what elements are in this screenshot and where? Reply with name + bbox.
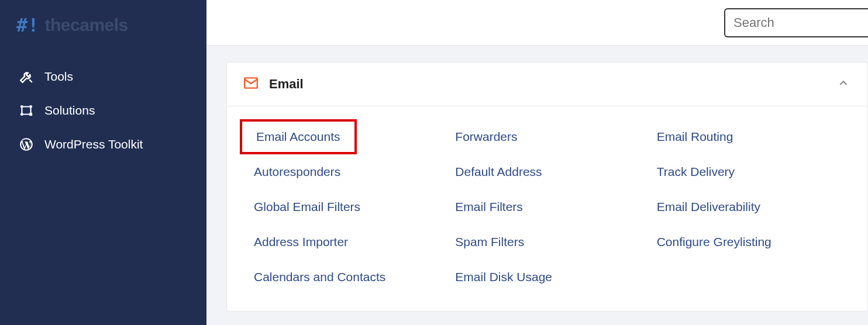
email-link-spam-filters[interactable]: Spam Filters — [449, 224, 645, 260]
sidebar-nav: Tools Solutions WordPress Toolkit — [0, 50, 206, 171]
email-panel: Email Email Accounts Autoresponders Glob… — [226, 62, 868, 312]
topbar — [206, 0, 868, 46]
email-link-email-filters[interactable]: Email Filters — [449, 189, 645, 224]
wordpress-icon — [19, 137, 34, 152]
email-link-calendars-and-contacts[interactable]: Calendars and Contacts — [248, 260, 443, 295]
svg-rect-3 — [29, 113, 32, 116]
brand-logo[interactable]: #! thecamels — [0, 0, 206, 50]
panel-title: Email — [269, 77, 304, 92]
email-column-3: Email Routing Track Delivery Email Deliv… — [651, 119, 846, 295]
email-link-address-importer[interactable]: Address Importer — [248, 224, 443, 260]
email-link-email-routing[interactable]: Email Routing — [651, 119, 846, 154]
email-link-default-address[interactable]: Default Address — [449, 154, 645, 189]
sidebar-item-tools[interactable]: Tools — [0, 60, 206, 94]
email-link-configure-greylisting[interactable]: Configure Greylisting — [651, 224, 846, 260]
sidebar-item-label: Tools — [44, 70, 73, 84]
panel-body: Email Accounts Autoresponders Global Ema… — [227, 106, 867, 311]
email-icon — [243, 75, 259, 93]
svg-point-2 — [29, 105, 32, 108]
email-link-track-delivery[interactable]: Track Delivery — [651, 154, 846, 189]
email-link-email-accounts[interactable]: Email Accounts — [240, 119, 357, 154]
email-link-email-deliverability[interactable]: Email Deliverability — [651, 189, 846, 224]
email-link-forwarders[interactable]: Forwarders — [449, 119, 645, 154]
panel-header[interactable]: Email — [227, 63, 867, 106]
svg-point-0 — [20, 105, 23, 108]
brand-text: thecamels — [45, 15, 128, 35]
chevron-up-icon[interactable] — [837, 77, 850, 92]
email-link-email-disk-usage[interactable]: Email Disk Usage — [449, 260, 645, 295]
tools-icon — [19, 69, 34, 84]
sidebar-item-wordpress[interactable]: WordPress Toolkit — [0, 127, 206, 161]
brand-mark-icon: #! — [16, 14, 39, 36]
solutions-icon — [19, 103, 34, 118]
search-container[interactable] — [724, 8, 868, 37]
search-input[interactable] — [733, 15, 860, 30]
main-area: Email Email Accounts Autoresponders Glob… — [206, 0, 868, 325]
sidebar: #! thecamels Tools Sol — [0, 0, 206, 325]
email-link-autoresponders[interactable]: Autoresponders — [248, 154, 443, 189]
email-column-1: Email Accounts Autoresponders Global Ema… — [248, 119, 443, 295]
sidebar-item-solutions[interactable]: Solutions — [0, 94, 206, 127]
svg-point-1 — [20, 113, 23, 116]
content-area: Email Email Accounts Autoresponders Glob… — [206, 46, 868, 325]
email-column-2: Forwarders Default Address Email Filters… — [449, 119, 645, 295]
email-link-global-email-filters[interactable]: Global Email Filters — [248, 189, 443, 224]
sidebar-item-label: WordPress Toolkit — [44, 137, 143, 151]
sidebar-item-label: Solutions — [44, 103, 95, 117]
